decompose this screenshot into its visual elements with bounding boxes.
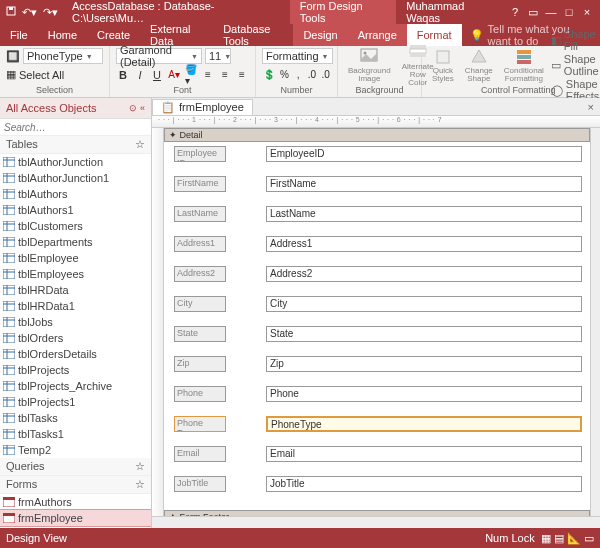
- nav-item-tbltasks1[interactable]: tblTasks1: [0, 426, 151, 442]
- form-footer-bar[interactable]: ✦ Form Footer: [164, 510, 590, 516]
- field-textbox[interactable]: Email: [266, 446, 582, 462]
- form-row[interactable]: JobTitleJobTitle: [168, 476, 586, 494]
- nav-item-tblprojects[interactable]: tblProjects: [0, 362, 151, 378]
- form-row[interactable]: Employee IDEmployeeID: [168, 146, 586, 164]
- percent-button[interactable]: %: [279, 68, 290, 82]
- form-row[interactable]: CityCity: [168, 296, 586, 314]
- nav-group[interactable]: Queries☆: [0, 458, 151, 476]
- tab-home[interactable]: Home: [38, 24, 87, 46]
- undo-icon[interactable]: ↶▾: [22, 6, 37, 19]
- nav-item-tblemployees[interactable]: tblEmployees: [0, 266, 151, 282]
- font-color-button[interactable]: A▾: [167, 68, 181, 82]
- nav-item-tbltasks[interactable]: tblTasks: [0, 410, 151, 426]
- field-label[interactable]: Address2: [174, 266, 226, 282]
- comma-button[interactable]: ,: [293, 68, 304, 82]
- tab-frmemployee[interactable]: 📋frmEmployee: [152, 99, 253, 115]
- bold-button[interactable]: B: [116, 68, 130, 82]
- nav-item-tblhrdata[interactable]: tblHRData: [0, 282, 151, 298]
- save-icon[interactable]: [6, 6, 16, 18]
- currency-button[interactable]: 💲: [262, 68, 276, 82]
- form-row[interactable]: StateState: [168, 326, 586, 344]
- nav-item-tblauthorjunction1[interactable]: tblAuthorJunction1: [0, 170, 151, 186]
- align-left-button[interactable]: ≡: [201, 68, 215, 82]
- form-row[interactable]: PhonePhone: [168, 386, 586, 404]
- align-right-button[interactable]: ≡: [235, 68, 249, 82]
- field-label[interactable]: State: [174, 326, 226, 342]
- object-selector[interactable]: PhoneType▼: [23, 48, 103, 64]
- nav-item-frmemployeeinformation[interactable]: frmEmployeeInformation: [0, 526, 151, 528]
- field-label[interactable]: Zip: [174, 356, 226, 372]
- field-label[interactable]: JobTitle: [174, 476, 226, 492]
- field-textbox[interactable]: LastName: [266, 206, 582, 222]
- nav-item-tblhrdata1[interactable]: tblHRData1: [0, 298, 151, 314]
- shape-fill-button[interactable]: ◧Shape Fill▾: [551, 28, 600, 52]
- nav-item-frmemployee[interactable]: frmEmployee: [0, 510, 151, 526]
- search-input[interactable]: [4, 122, 147, 133]
- field-textbox[interactable]: JobTitle: [266, 476, 582, 492]
- form-row[interactable]: ZipZip: [168, 356, 586, 374]
- nav-item-tblauthors[interactable]: tblAuthors: [0, 186, 151, 202]
- field-textbox[interactable]: Phone: [266, 386, 582, 402]
- number-format[interactable]: Formatting▼: [262, 48, 333, 64]
- field-label[interactable]: Phone Type: [174, 416, 226, 432]
- font-size[interactable]: 11▼: [205, 48, 231, 64]
- form-row[interactable]: Phone TypePhoneType: [168, 416, 586, 434]
- view-buttons[interactable]: ▦ ▤ 📐 ▭: [541, 532, 594, 544]
- nav-item-tblemployee[interactable]: tblEmployee: [0, 250, 151, 266]
- nav-item-tblprojects_archive[interactable]: tblProjects_Archive: [0, 378, 151, 394]
- form-row[interactable]: Address1Address1: [168, 236, 586, 254]
- shape-outline-button[interactable]: ▭Shape Outline▾: [551, 53, 600, 77]
- select-all-button[interactable]: Select All: [19, 69, 64, 81]
- field-label[interactable]: FirstName: [174, 176, 226, 192]
- background-image-button[interactable]: Background Image: [344, 46, 395, 85]
- nav-group[interactable]: Forms☆: [0, 476, 151, 494]
- align-center-button[interactable]: ≡: [218, 68, 232, 82]
- field-textbox[interactable]: Zip: [266, 356, 582, 372]
- field-textbox[interactable]: Address1: [266, 236, 582, 252]
- decrease-decimals-button[interactable]: .0: [320, 68, 331, 82]
- nav-item-tblauthors1[interactable]: tblAuthors1: [0, 202, 151, 218]
- nav-item-tblorders[interactable]: tblOrders: [0, 330, 151, 346]
- nav-item-tblordersdetails[interactable]: tblOrdersDetails: [0, 346, 151, 362]
- field-textbox[interactable]: EmployeeID: [266, 146, 582, 162]
- nav-item-temp2[interactable]: Temp2: [0, 442, 151, 458]
- tab-design[interactable]: Design: [293, 24, 347, 46]
- form-row[interactable]: EmailEmail: [168, 446, 586, 464]
- fill-color-button[interactable]: 🪣▾: [184, 68, 198, 82]
- font-family[interactable]: Garamond (Detail)▼: [116, 48, 202, 64]
- help-icon[interactable]: ?: [508, 6, 522, 18]
- form-row[interactable]: FirstNameFirstName: [168, 176, 586, 194]
- field-textbox[interactable]: State: [266, 326, 582, 342]
- close-icon[interactable]: ×: [580, 6, 594, 18]
- design-surface[interactable]: ✦ Detail Employee IDEmployeeIDFirstNameF…: [164, 128, 590, 516]
- tab-database-tools[interactable]: Database Tools: [213, 24, 293, 46]
- underline-button[interactable]: U: [150, 68, 164, 82]
- minimize-icon[interactable]: —: [544, 6, 558, 18]
- tab-external-data[interactable]: External Data: [140, 24, 213, 46]
- change-shape-button[interactable]: Change Shape: [461, 46, 497, 85]
- nav-item-tblcustomers[interactable]: tblCustomers: [0, 218, 151, 234]
- detail-section-bar[interactable]: ✦ Detail: [164, 128, 590, 142]
- redo-icon[interactable]: ↷▾: [43, 6, 58, 19]
- nav-group[interactable]: Tables☆: [0, 136, 151, 154]
- field-textbox[interactable]: FirstName: [266, 176, 582, 192]
- tab-file[interactable]: File: [0, 24, 38, 46]
- nav-item-tbljobs[interactable]: tblJobs: [0, 314, 151, 330]
- tab-create[interactable]: Create: [87, 24, 140, 46]
- nav-item-tbldepartments[interactable]: tblDepartments: [0, 234, 151, 250]
- conditional-formatting-button[interactable]: Conditional Formatting: [500, 46, 548, 85]
- quick-styles-button[interactable]: Quick Styles: [428, 46, 458, 85]
- field-textbox[interactable]: Address2: [266, 266, 582, 282]
- nav-item-tblauthorjunction[interactable]: tblAuthorJunction: [0, 154, 151, 170]
- field-label[interactable]: LastName: [174, 206, 226, 222]
- nav-item-frmauthors[interactable]: frmAuthors: [0, 494, 151, 510]
- field-textbox[interactable]: City: [266, 296, 582, 312]
- close-tab-icon[interactable]: ×: [582, 101, 600, 113]
- field-label[interactable]: Email: [174, 446, 226, 462]
- form-row[interactable]: LastNameLastName: [168, 206, 586, 224]
- ribbon-options-icon[interactable]: ▭: [526, 6, 540, 19]
- italic-button[interactable]: I: [133, 68, 147, 82]
- nav-header[interactable]: All Access Objects⊙ «: [0, 98, 151, 119]
- nav-item-tblprojects1[interactable]: tblProjects1: [0, 394, 151, 410]
- field-label[interactable]: Employee ID: [174, 146, 226, 162]
